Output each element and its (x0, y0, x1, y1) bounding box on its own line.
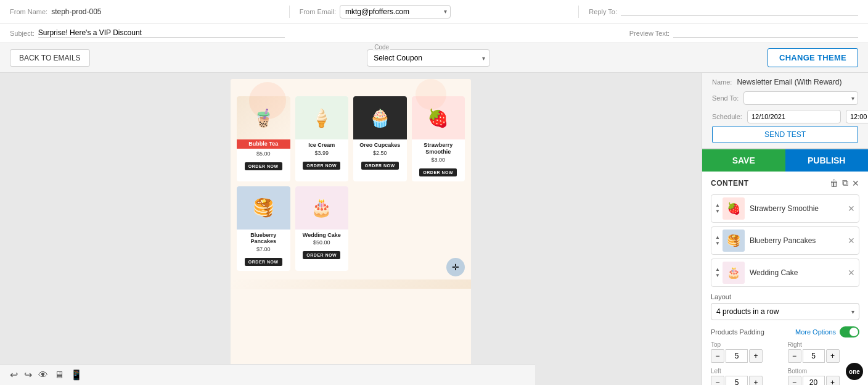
padding-bottom-input[interactable] (803, 376, 825, 385)
padding-toggle[interactable] (840, 326, 859, 337)
padding-top-field: Top − + (711, 341, 783, 363)
preview-text-field: Preview Text: (629, 28, 858, 38)
smoothie-order-button[interactable]: ORDER NOW (419, 168, 457, 176)
padding-bottom-minus[interactable]: − (788, 376, 801, 385)
more-options-row: More Options (795, 326, 859, 337)
padding-top-plus[interactable]: + (749, 349, 763, 363)
product-list: ▲ ▼ 🍓 Strawberry Smoothie ✕ ▲ ▼ 🥞 Bluebe… (711, 194, 859, 287)
padding-right-plus[interactable]: + (826, 349, 840, 363)
padding-title: Products Padding (711, 328, 764, 336)
subject-bar: Subject: Preview Text: (0, 23, 868, 43)
pancakes-thumb: 🥞 (723, 230, 745, 252)
undo-icon[interactable]: ↩ (10, 369, 18, 381)
wedding-cake-price: $50.00 (295, 239, 349, 246)
ice-cream-name: Ice Cream (298, 142, 346, 149)
from-email-label: From Email: (300, 8, 336, 15)
sidebar-actions: SAVE PUBLISH (702, 149, 868, 172)
padding-bottom-plus[interactable]: + (826, 376, 840, 385)
send-test-button[interactable]: SEND TEST (712, 126, 858, 143)
reply-to-input[interactable] (621, 7, 858, 16)
desktop-icon[interactable]: 🖥 (54, 370, 64, 381)
padding-right-input[interactable] (803, 349, 825, 363)
pancakes-image: 🥞 (237, 186, 290, 230)
back-to-emails-button[interactable]: BACK TO EMAILS (10, 49, 90, 67)
subject-input[interactable] (38, 28, 285, 38)
list-item-strawberry-smoothie: ▲ ▼ 🍓 Strawberry Smoothie ✕ (711, 194, 859, 223)
drag-handle-icon[interactable]: ✛ (446, 258, 465, 276)
from-email-select-wrap[interactable]: mktg@pfoffers.com (340, 5, 451, 19)
pancakes-name: BlueberryPancakes (239, 232, 288, 246)
wedding-cake-order-button[interactable]: ORDER NOW (303, 251, 340, 259)
padding-header: Products Padding More Options (711, 326, 859, 337)
from-name-field: From Name: steph-prod-005 (10, 7, 279, 16)
padding-right-label: Right (788, 341, 860, 348)
copy-icon[interactable]: ⧉ (842, 178, 848, 188)
send-to-select[interactable] (743, 91, 858, 105)
layout-select-wrap[interactable]: 1 product in a row2 products in a row3 p… (711, 303, 859, 320)
smoothie-thumb: 🍓 (723, 197, 745, 220)
arrow-up-3[interactable]: ▲ (715, 267, 720, 273)
arrow-up-1[interactable]: ▲ (715, 202, 720, 209)
pancakes-remove-button[interactable]: ✕ (848, 236, 855, 246)
padding-right-minus[interactable]: − (788, 349, 801, 363)
pancakes-list-name: Blueberry Pancakes (750, 236, 848, 245)
publish-button[interactable]: PUBLISH (785, 149, 869, 172)
send-to-select-wrap[interactable] (743, 91, 858, 105)
product-card-cupcakes: 🧁 Oreo Cupcakes $2.50 ORDER NOW (353, 96, 407, 181)
sidebar-send-to-row: Send To: (712, 89, 858, 107)
subject-field: Subject: (10, 28, 285, 38)
toolbar: BACK TO EMAILS Code Select Coupon CHANGE… (0, 43, 868, 73)
schedule-date-input[interactable] (747, 110, 841, 123)
cupcakes-order-button[interactable]: ORDER NOW (361, 162, 399, 170)
preview-text-input[interactable] (673, 28, 858, 38)
change-theme-button[interactable]: CHANGE THEME (768, 48, 858, 67)
cake-thumb: 🎂 (723, 262, 745, 284)
product-card-ice-cream: 🍦 Ice Cream $3.99 ORDER NOW (295, 96, 349, 181)
products-grid-row2: 🥞 BlueberryPancakes $7.00 ORDER NOW 🎂 We… (231, 184, 471, 280)
sidebar-name-row: Name: Newsletter Email (With Reward) (712, 73, 858, 89)
wedding-cake-image: 🎂 (295, 186, 349, 230)
smoothie-list-name: Strawberry Smoothie (750, 204, 848, 213)
more-options-link[interactable]: More Options (795, 328, 836, 336)
arrow-up-2[interactable]: ▲ (715, 234, 720, 241)
pancakes-order-button[interactable]: ORDER NOW (245, 258, 282, 266)
list-item-wedding-cake: ▲ ▼ 🎂 Wedding Cake ✕ (711, 259, 859, 287)
arrow-down-3[interactable]: ▼ (715, 273, 720, 279)
redo-icon[interactable]: ↪ (24, 369, 32, 381)
arrow-group-1: ▲ ▼ (715, 202, 720, 214)
arrow-group-3: ▲ ▼ (715, 267, 720, 278)
sidebar-schedule-label: Schedule: (712, 113, 742, 120)
from-name-label: From Name: (10, 8, 47, 15)
preview-icon[interactable]: 👁 (38, 370, 48, 381)
schedule-time-input[interactable] (846, 110, 868, 123)
bubble-tea-order-button[interactable]: ORDER NOW (245, 162, 282, 170)
sidebar-send-to-label: Send To: (712, 94, 739, 102)
arrow-down-1[interactable]: ▼ (715, 209, 720, 215)
smoothie-price: $3.00 (412, 157, 465, 163)
content-header: CONTENT 🗑 ⧉ ✕ (711, 178, 859, 188)
padding-left-plus[interactable]: + (749, 376, 763, 385)
delete-icon[interactable]: 🗑 (830, 178, 838, 188)
content-panel: CONTENT 🗑 ⧉ ✕ ▲ ▼ 🍓 Strawberry Smoothie (702, 172, 868, 385)
product-card-pancakes: 🥞 BlueberryPancakes $7.00 ORDER NOW (237, 186, 290, 271)
smoothie-remove-button[interactable]: ✕ (848, 204, 855, 213)
padding-top-minus[interactable]: − (711, 349, 724, 363)
cake-remove-button[interactable]: ✕ (848, 268, 855, 278)
sidebar-schedule-row: Schedule: ▾ (712, 107, 858, 126)
padding-left-input[interactable] (726, 376, 748, 385)
padding-top-input[interactable] (726, 349, 748, 363)
ice-cream-order-button[interactable]: ORDER NOW (303, 162, 340, 170)
save-button[interactable]: SAVE (702, 149, 785, 172)
from-email-select[interactable]: mktg@pfoffers.com (340, 5, 451, 19)
cupcakes-image: 🧁 (353, 96, 407, 139)
arrow-down-2[interactable]: ▼ (715, 241, 720, 247)
mobile-icon[interactable]: 📱 (70, 369, 83, 381)
layout-select[interactable]: 1 product in a row2 products in a row3 p… (711, 303, 859, 320)
close-icon[interactable]: ✕ (852, 178, 859, 188)
padding-left-minus[interactable]: − (711, 376, 724, 385)
reply-to-label: Reply To: (589, 8, 617, 15)
ice-cream-image: 🍦 (295, 96, 349, 139)
preview-text-label: Preview Text: (629, 30, 669, 37)
coupon-select[interactable]: Select Coupon (367, 49, 490, 67)
preview-area: 🧋 Bubble Tea $5.00 ORDER NOW 🍦 Ice Cream… (0, 73, 702, 385)
